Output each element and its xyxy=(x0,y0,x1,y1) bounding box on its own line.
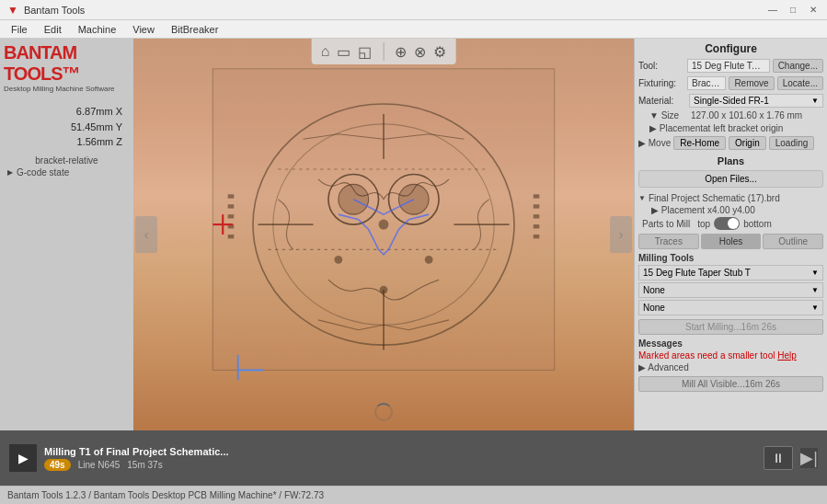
configure-title: Configure xyxy=(638,42,823,55)
tool-row: Tool: 15 Deg Flute Taper Stu Change... xyxy=(638,59,823,73)
pause-button[interactable]: ⏸ xyxy=(764,446,793,470)
canvas-area: ⌂ ▭ ◱ ⊕ ⊗ ⚙ xyxy=(133,39,634,430)
outline-button[interactable]: Outline xyxy=(763,234,823,249)
material-dropdown-arrow: ▼ xyxy=(811,97,819,105)
pcb-visualization xyxy=(133,39,634,430)
material-value: Single-Sided FR-1 xyxy=(694,96,769,106)
time-badge: 49s xyxy=(44,459,71,471)
menu-machine[interactable]: Machine xyxy=(71,22,124,37)
milling-project: Final Project Schematic... xyxy=(106,446,228,457)
svg-rect-17 xyxy=(534,204,540,208)
tool-select-row-1: 15 Deg Flute Taper Stub T ▼ xyxy=(638,265,823,281)
nav-arrow-left[interactable]: ‹ xyxy=(135,216,157,253)
open-files-button[interactable]: Open Files... xyxy=(638,170,823,188)
nav-arrow-right[interactable]: › xyxy=(610,216,632,253)
svg-rect-12 xyxy=(228,204,235,208)
tool-select-3[interactable]: None ▼ xyxy=(638,300,823,315)
brand-tagline: Desktop Milling Machine Software xyxy=(4,85,130,93)
message-text: Marked areas need a smaller tool Help xyxy=(638,350,823,361)
material-label: Material: xyxy=(638,96,689,106)
gcode-label: G-code state xyxy=(17,167,69,178)
help-link[interactable]: Help xyxy=(777,350,797,361)
parts-bottom-label: bottom xyxy=(743,219,772,229)
svg-point-9 xyxy=(425,256,433,264)
milling-label: Milling T1 of xyxy=(44,446,103,457)
minimize-button[interactable]: — xyxy=(766,4,779,17)
size-value: 127.00 x 101.60 x 1.76 mm xyxy=(691,110,802,120)
placement-row: ▶ Placement at left bracket origin xyxy=(638,123,823,133)
toggle-knob xyxy=(728,218,739,229)
svg-point-7 xyxy=(379,220,389,230)
traces-button[interactable]: Traces xyxy=(638,234,699,249)
svg-rect-11 xyxy=(228,194,235,198)
menu-view[interactable]: View xyxy=(125,22,162,37)
move-label[interactable]: ▶ Move xyxy=(638,138,671,148)
milling-title: Milling T1 of Final Project Schematic... xyxy=(44,446,756,457)
brand-name: BANTAM TOOLS™ xyxy=(4,42,130,85)
x-coord: 6.87mm X xyxy=(11,104,122,120)
locate-fixturing-button[interactable]: Locate... xyxy=(777,76,823,90)
tool-select-2-arrow: ▼ xyxy=(811,286,819,294)
svg-point-8 xyxy=(334,256,342,264)
menu-file[interactable]: File xyxy=(4,22,35,37)
holes-button[interactable]: Holes xyxy=(701,234,762,249)
coordinates: 6.87mm X 51.45mm Y 1.56mm Z xyxy=(4,100,130,154)
line-info: Line N645 xyxy=(78,460,121,470)
milling-sub: 49s Line N645 15m 37s xyxy=(44,459,756,471)
advanced-label: ▶ Advanced xyxy=(638,362,689,372)
size-row: ▼ Size 127.00 x 101.60 x 1.76 mm xyxy=(638,110,823,120)
bottom-bar: ▶ Milling T1 of Final Project Schematic.… xyxy=(0,430,827,486)
svg-rect-13 xyxy=(228,214,235,218)
project-placement-label[interactable]: ▶ Placement xyxy=(651,205,705,215)
top-section: BANTAM TOOLS™ Desktop Milling Machine So… xyxy=(0,39,827,430)
tool-select-1-value: 15 Deg Flute Taper Stub T xyxy=(643,268,811,278)
skip-button[interactable]: ▶| xyxy=(800,448,818,468)
advanced-row[interactable]: ▶ Advanced xyxy=(638,362,823,372)
svg-rect-20 xyxy=(534,235,540,238)
play-button[interactable]: ▶ xyxy=(9,444,37,472)
remove-fixturing-button[interactable]: Remove xyxy=(729,76,774,90)
messages-title: Messages xyxy=(638,338,823,349)
gcode-state[interactable]: ▶ G-code state xyxy=(4,166,130,179)
svg-rect-15 xyxy=(228,235,235,238)
project-triangle[interactable]: ▼ xyxy=(638,194,646,202)
move-row: ▶ Move Re-Home Origin Loading xyxy=(638,136,823,150)
tool-select-2-value: None xyxy=(643,285,811,295)
pause-icon: ⏸ xyxy=(772,451,785,465)
origin-button[interactable]: Origin xyxy=(729,136,766,150)
mill-all-button[interactable]: Mill All Visible...16m 26s xyxy=(638,376,823,392)
y-coord: 51.45mm Y xyxy=(11,120,122,135)
loading-button[interactable]: Loading xyxy=(769,136,815,150)
operations-row: Traces Holes Outline xyxy=(638,234,823,249)
change-tool-button[interactable]: Change... xyxy=(773,59,823,73)
re-home-button[interactable]: Re-Home xyxy=(673,136,726,150)
plans-title: Plans xyxy=(638,155,823,166)
project-placement-coords: x4.00 y4.00 xyxy=(707,205,755,215)
right-panel: Configure Tool: 15 Deg Flute Taper Stu C… xyxy=(634,39,827,430)
loading-spinner xyxy=(374,403,393,421)
left-panel: BANTAM TOOLS™ Desktop Milling Machine So… xyxy=(0,39,133,430)
svg-rect-16 xyxy=(534,194,540,198)
tool-value: 15 Deg Flute Taper Stu xyxy=(687,59,770,73)
tool-select-1-arrow: ▼ xyxy=(811,269,819,277)
app-icon: ▼ xyxy=(7,4,18,17)
project-name: Final Project Schematic (17).brd xyxy=(649,193,823,203)
parts-toggle[interactable] xyxy=(714,217,740,230)
parts-top-label: top xyxy=(697,219,710,229)
z-coord: 1.56mm Z xyxy=(11,134,122,150)
tool-select-row-2: None ▼ xyxy=(638,282,823,298)
message-content: Marked areas need a smaller tool xyxy=(638,350,775,361)
tool-select-row-3: None ▼ xyxy=(638,300,823,315)
material-select[interactable]: Single-Sided FR-1 ▼ xyxy=(689,94,823,108)
svg-rect-19 xyxy=(534,224,540,228)
menu-bitbreaker[interactable]: BitBreaker xyxy=(164,22,225,37)
maximize-button[interactable]: □ xyxy=(787,4,799,17)
tool-select-2[interactable]: None ▼ xyxy=(638,282,823,298)
menu-edit[interactable]: Edit xyxy=(37,22,69,37)
close-button[interactable]: ✕ xyxy=(807,4,820,17)
tool-select-1[interactable]: 15 Deg Flute Taper Stub T ▼ xyxy=(638,265,823,281)
gcode-triangle: ▶ xyxy=(7,168,13,177)
start-milling-button[interactable]: Start Milling...16m 26s xyxy=(638,319,823,335)
placement-label[interactable]: ▶ Placement xyxy=(649,123,703,133)
play-icon: ▶ xyxy=(18,451,29,465)
